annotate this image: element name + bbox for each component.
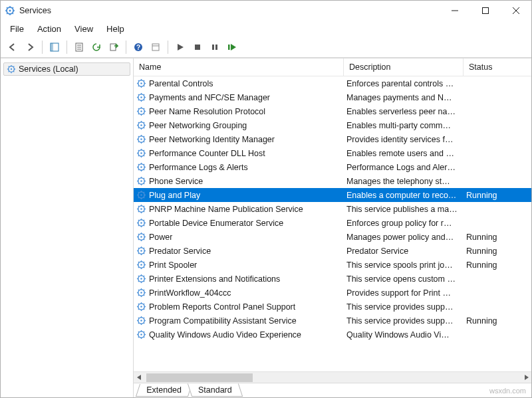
column-header-status[interactable]: Status — [464, 58, 510, 76]
tree-node-services-local[interactable]: Services (Local) — [3, 62, 130, 76]
svg-point-162 — [140, 250, 142, 251]
gear-icon — [136, 288, 146, 298]
column-header-description[interactable]: Description — [344, 58, 464, 76]
service-row[interactable]: Problem Reports Control Panel SupportThi… — [134, 300, 531, 314]
svg-line-107 — [138, 164, 139, 165]
help-topic-button[interactable] — [148, 40, 164, 54]
export-button[interactable] — [106, 40, 122, 54]
scroll-right-button[interactable] — [520, 372, 531, 383]
svg-line-200 — [144, 290, 144, 290]
service-name: Performance Logs & Alerts — [149, 163, 248, 172]
service-row[interactable]: Phone ServiceManages the telephony st… — [134, 174, 531, 188]
service-name: Problem Reports Control Panel Support — [149, 302, 295, 312]
gear-icon — [136, 120, 146, 130]
service-row[interactable]: Plug and PlayEnables a computer to reco…… — [134, 188, 531, 202]
svg-line-6 — [7, 7, 8, 9]
menu-action[interactable]: Action — [31, 22, 68, 36]
show-hide-tree-button[interactable] — [47, 40, 63, 54]
service-description: This service provides supp… — [344, 316, 464, 326]
svg-line-129 — [138, 197, 139, 198]
pause-service-button[interactable] — [207, 40, 223, 54]
service-name: Program Compatibility Assistant Service — [149, 316, 297, 326]
app-icon — [5, 5, 15, 16]
svg-line-38 — [13, 71, 14, 72]
minimize-button[interactable] — [440, 1, 470, 21]
stop-service-button[interactable] — [190, 40, 205, 54]
service-row[interactable]: PNRP Machine Name Publication ServiceThi… — [134, 202, 531, 216]
service-status: Running — [464, 191, 510, 200]
service-row[interactable]: Parental ControlsEnforces parental contr… — [134, 76, 531, 90]
service-row[interactable]: Peer Networking Identity ManagerProvides… — [134, 132, 531, 146]
service-description: This service spools print jo… — [344, 260, 464, 270]
forward-button[interactable] — [22, 40, 38, 54]
scrollbar-thumb[interactable] — [146, 373, 253, 382]
svg-point-82 — [140, 138, 142, 140]
svg-line-7 — [13, 13, 14, 15]
svg-line-187 — [138, 276, 139, 276]
view-tabs: Extended Standard — [134, 383, 531, 397]
svg-line-218 — [144, 323, 144, 324]
back-button[interactable] — [5, 40, 21, 54]
svg-line-88 — [144, 142, 144, 142]
svg-line-169 — [138, 253, 139, 254]
column-header-name[interactable]: Name — [134, 58, 344, 76]
svg-line-47 — [138, 80, 139, 81]
service-row[interactable]: Quality Windows Audio Video ExperienceQu… — [134, 328, 531, 342]
service-row[interactable]: Performance Logs & AlertsPerformance Log… — [134, 160, 531, 174]
close-button[interactable] — [501, 1, 531, 21]
service-row[interactable]: Performance Counter DLL HostEnables remo… — [134, 146, 531, 160]
svg-line-109 — [138, 169, 139, 170]
start-service-button[interactable] — [172, 40, 188, 54]
service-row[interactable]: Program Compatibility Assistant ServiceT… — [134, 314, 531, 328]
scope-tree[interactable]: Services (Local) — [1, 58, 134, 397]
svg-line-49 — [138, 86, 139, 86]
maximize-button[interactable] — [470, 1, 501, 21]
svg-line-97 — [138, 150, 139, 151]
service-name: Power — [149, 233, 172, 242]
horizontal-scrollbar[interactable] — [134, 371, 531, 383]
scrollbar-track[interactable] — [145, 372, 520, 383]
svg-line-219 — [138, 323, 139, 324]
tab-extended[interactable]: Extended — [136, 384, 192, 397]
gear-icon — [136, 162, 146, 172]
gear-icon — [136, 302, 146, 312]
service-row[interactable]: Print SpoolerThis service spools print j… — [134, 258, 531, 272]
svg-point-122 — [140, 194, 142, 195]
gear-icon — [7, 64, 16, 74]
service-row[interactable]: Portable Device Enumerator ServiceEnforc… — [134, 216, 531, 230]
menu-file[interactable]: File — [3, 22, 31, 36]
scroll-left-button[interactable] — [134, 372, 145, 383]
help-button[interactable]: ? — [130, 40, 146, 54]
service-name: Print Spooler — [149, 260, 197, 270]
service-row[interactable]: Payments and NFC/SE ManagerManages payme… — [134, 90, 531, 104]
service-row[interactable]: PowerManages power policy and…Running — [134, 230, 531, 244]
properties-button[interactable] — [71, 40, 87, 54]
service-row[interactable]: PrintWorkflow_404cccProvides support for… — [134, 286, 531, 300]
service-name: Portable Device Enumerator Service — [149, 219, 283, 228]
svg-line-138 — [144, 211, 144, 212]
svg-line-160 — [144, 234, 144, 235]
service-description: Manages power policy and… — [344, 233, 464, 242]
service-status: Running — [464, 247, 510, 256]
svg-line-90 — [144, 136, 144, 137]
refresh-button[interactable] — [88, 40, 104, 54]
menu-view[interactable]: View — [68, 22, 100, 36]
service-row[interactable]: Predator ServicePredator ServiceRunning — [134, 244, 531, 258]
tab-standard[interactable]: Standard — [188, 383, 243, 397]
restart-service-button[interactable] — [224, 40, 240, 54]
service-description: Performance Logs and Aler… — [344, 163, 464, 172]
svg-line-118 — [144, 183, 144, 184]
service-row[interactable]: Peer Networking GroupingEnables multi-pa… — [134, 118, 531, 132]
svg-line-197 — [138, 290, 139, 290]
column-headers: Name Description Status — [134, 58, 531, 76]
service-description: Enforces parental controls … — [344, 79, 464, 88]
menu-help[interactable]: Help — [100, 22, 131, 36]
service-name: Payments and NFC/SE Manager — [149, 93, 270, 102]
svg-line-199 — [138, 295, 139, 296]
service-name: Peer Networking Grouping — [149, 121, 247, 130]
service-name: Peer Networking Identity Manager — [149, 135, 275, 144]
svg-line-208 — [144, 309, 144, 310]
service-row[interactable]: Printer Extensions and NotificationsThis… — [134, 272, 531, 286]
services-list[interactable]: Name Description Status Parental Control… — [134, 58, 531, 371]
service-row[interactable]: Peer Name Resolution ProtocolEnables ser… — [134, 104, 531, 118]
